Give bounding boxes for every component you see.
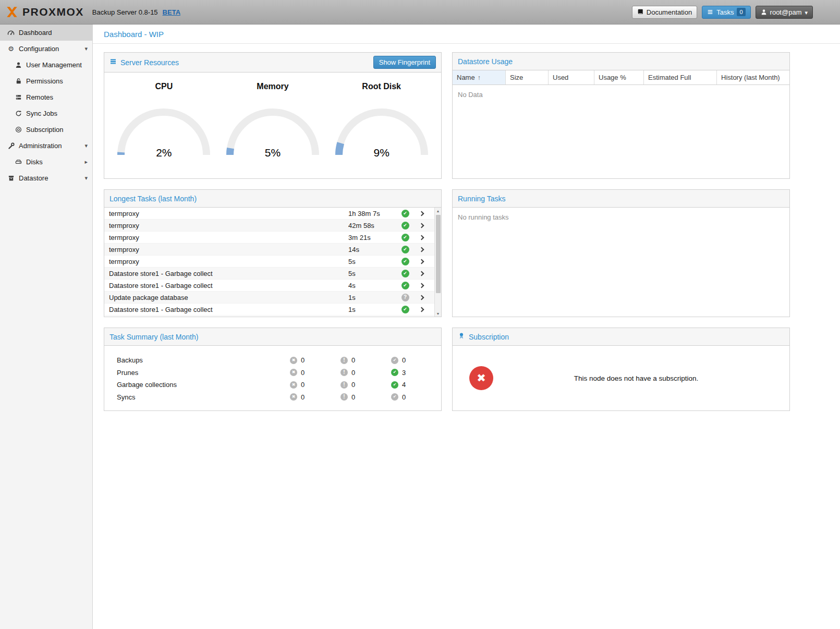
sidebar-item-label: Sync Jobs [26,110,57,117]
warning-count-icon [340,369,348,376]
sidebar-item-permissions[interactable]: Permissions [0,73,92,89]
group-caret-icon[interactable] [84,159,88,165]
user-label: root@pam [770,8,802,16]
sidebar-item-label: Datastore [19,174,48,182]
task-list: termproxy 1h 38m 7s termproxy 42m 58s te… [104,208,441,317]
chevron-right-icon[interactable] [412,236,431,239]
scroll-up-button[interactable] [436,208,440,214]
ok-count: 0 [402,356,406,364]
group-caret-icon[interactable] [84,143,88,149]
panel-running-tasks: Running Tasks No running tasks [452,189,790,317]
documentation-button[interactable]: Documentation [632,6,697,19]
cpu-gauge: 2% [116,107,211,159]
chevron-right-icon[interactable] [412,308,431,311]
gears-icon: ⚙ [6,45,16,52]
task-row[interactable]: Datastore store1 - Garbage collect 1s [104,304,441,316]
status-icon [401,294,409,301]
sidebar-item-datastore[interactable]: Datastore [0,170,92,186]
ok-count-icon [391,357,398,364]
task-row[interactable]: termproxy 3m 21s [104,232,441,244]
chevron-right-icon[interactable] [412,224,431,227]
gauge-value: 2% [116,147,211,159]
task-summary-table: Backups 0 0 0 Prunes 0 0 3 Garbage colle… [104,346,441,403]
task-duration: 14s [348,246,398,253]
tasks-count-badge: 0 [737,8,745,16]
sidebar-item-label: Subscription [26,126,64,134]
chevron-right-icon[interactable] [412,272,431,275]
group-caret-icon[interactable] [84,175,88,181]
tasks-button[interactable]: Tasks 0 [702,6,750,19]
chevron-right-icon[interactable] [412,296,431,299]
table-header-row: Name Size Used Usage % Estimated Full Hi… [453,70,789,85]
panel-title: Running Tasks [458,195,506,203]
sidebar-item-dashboard[interactable]: Dashboard [0,25,92,41]
task-row[interactable]: termproxy 1h 38m 7s [104,208,441,220]
summary-row: Backups 0 0 0 [104,354,441,367]
archive-icon [6,175,16,182]
sidebar-item-configuration[interactable]: ⚙ Configuration [0,41,92,57]
sidebar-item-label: Permissions [26,77,63,85]
user-icon [761,9,767,15]
wrench-icon [6,142,16,149]
scroll-down-button[interactable] [436,310,440,317]
gauge-memory: Memory 5% [218,82,327,159]
topbar-actions: Documentation Tasks 0 root@pam [632,6,840,19]
sidebar-item-subscription[interactable]: Subscription [0,122,92,138]
column-header-used[interactable]: Used [549,70,594,84]
subscription-message: This node does not have a subscription. [493,374,779,382]
sidebar-item-user-management[interactable]: User Management [0,57,92,73]
summary-label: Garbage collections [104,381,290,389]
task-duration: 1s [348,306,398,313]
task-row[interactable]: Update package database 1s [104,292,441,304]
task-duration: 1h 38m 7s [348,210,398,217]
ok-count: 0 [402,393,406,401]
user-menu-button[interactable]: root@pam [756,6,813,19]
top-bar: PROXMOX Backup Server 0.8-15 BETA Docume… [0,0,840,25]
column-header-history[interactable]: History (last Month) [717,70,789,84]
sidebar-item-remotes[interactable]: Remotes [0,89,92,105]
sidebar-item-label: Dashboard [19,29,52,37]
product-version: Backup Server 0.8-15 [92,8,158,16]
warning-count-icon [340,357,348,364]
scrollbar[interactable] [434,208,441,317]
error-count-icon [290,369,297,376]
warning-count: 0 [351,393,355,401]
task-row[interactable]: Datastore store1 - Garbage collect 5s [104,268,441,280]
chevron-right-icon[interactable] [412,284,431,287]
sidebar-item-sync-jobs[interactable]: Sync Jobs [0,105,92,122]
panel-server-resources: Server Resources Show Fingerprint CPU 2% [104,52,442,179]
chevron-right-icon[interactable] [412,260,431,263]
status-icon [401,234,409,241]
sidebar-item-disks[interactable]: Disks [0,154,92,170]
tachometer-icon [6,29,16,37]
status-icon [401,270,409,277]
group-caret-icon[interactable] [84,46,88,52]
caret-down-icon [805,8,808,16]
chevron-right-icon[interactable] [412,248,431,251]
unlock-icon [14,78,23,84]
beta-link[interactable]: BETA [163,8,180,16]
column-header-estimated-full[interactable]: Estimated Full [644,70,717,84]
scrollbar-thumb[interactable] [436,215,441,293]
panel-header: Server Resources Show Fingerprint [104,53,441,72]
show-fingerprint-button[interactable]: Show Fingerprint [373,56,436,69]
task-row[interactable]: termproxy 5s [104,256,441,268]
panel-header: Longest Tasks (last Month) [104,190,441,208]
error-count-icon [290,381,297,389]
refresh-icon [14,110,23,117]
empty-state-text: No Data [453,85,789,104]
sidebar-item-administration[interactable]: Administration [0,138,92,154]
status-icon [401,306,409,313]
sidebar: Dashboard ⚙ Configuration User Managemen… [0,25,93,629]
column-header-name[interactable]: Name [453,70,506,84]
task-row[interactable]: Datastore store1 - Garbage collect 4s [104,280,441,292]
column-header-size[interactable]: Size [506,70,549,84]
task-row[interactable]: termproxy 14s [104,244,441,256]
task-row[interactable]: termproxy 42m 58s [104,220,441,232]
main-area: Dashboard - WIP Server Resources Show Fi… [93,0,840,629]
task-name: termproxy [104,246,348,253]
task-name: termproxy [104,222,348,229]
column-header-usage-pct[interactable]: Usage % [594,70,644,84]
task-name: Datastore store1 - Garbage collect [104,306,348,313]
chevron-right-icon[interactable] [412,212,431,215]
